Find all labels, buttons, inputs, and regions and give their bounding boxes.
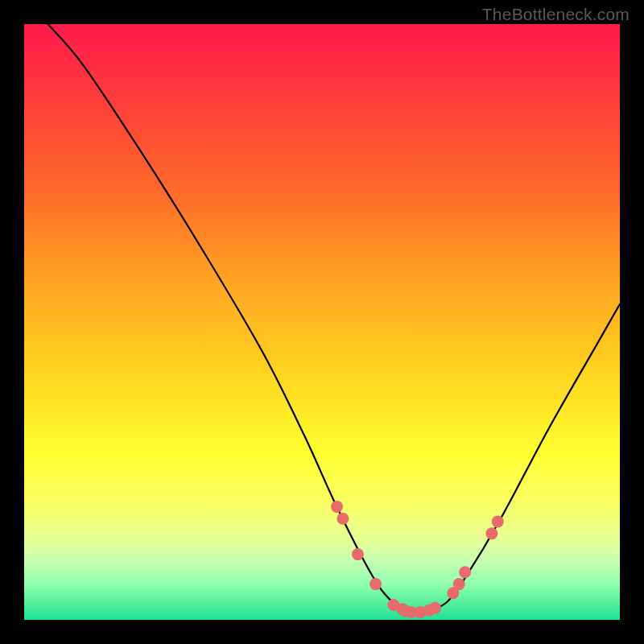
- highlight-markers: [331, 501, 504, 618]
- bottleneck-curve: [48, 24, 620, 614]
- marker-point: [331, 501, 343, 513]
- marker-point: [459, 566, 471, 578]
- marker-point: [352, 548, 364, 560]
- plot-area: [24, 24, 620, 620]
- attribution-label: TheBottleneck.com: [482, 5, 630, 24]
- marker-point: [336, 513, 349, 525]
- marker-point: [369, 578, 382, 590]
- marker-point: [429, 602, 441, 614]
- marker-point: [453, 578, 465, 590]
- chart-frame: TheBottleneck.com: [0, 0, 644, 644]
- marker-point: [485, 527, 497, 539]
- marker-point: [492, 515, 504, 527]
- curve-svg: [24, 24, 620, 620]
